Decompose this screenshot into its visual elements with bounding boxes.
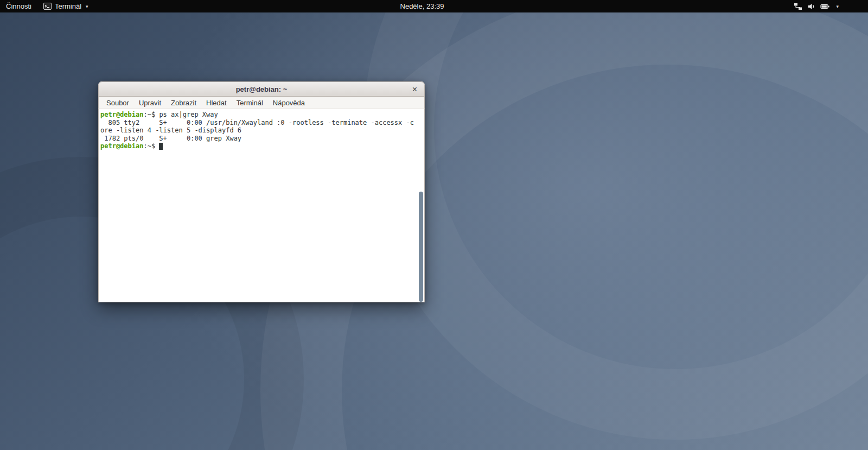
volume-icon bbox=[807, 3, 815, 10]
menu-terminal[interactable]: Terminál bbox=[232, 98, 268, 108]
menu-hledat[interactable]: Hledat bbox=[201, 98, 232, 108]
terminal-screen[interactable]: petr@debian:~$ ps ax|grep Xway 805 tty2 … bbox=[98, 109, 425, 302]
window-title: petr@debian: ~ bbox=[236, 85, 288, 93]
terminal-prompt-line: petr@debian:~$ bbox=[100, 142, 416, 150]
top-bar: Činnosti Terminál ▾ Neděle, 23:39 ▾ bbox=[0, 0, 868, 12]
battery-icon bbox=[820, 3, 830, 10]
command-text: ps ax|grep Xway bbox=[159, 111, 218, 118]
prompt-user: petr@debian bbox=[100, 142, 143, 150]
menu-zobrazit[interactable]: Zobrazit bbox=[166, 98, 201, 108]
terminal-icon bbox=[43, 3, 52, 10]
menu-napoveda[interactable]: Nápověda bbox=[268, 98, 310, 108]
terminal-output-line: 1782 pts/0 S+ 0:00 grep Xway bbox=[100, 135, 416, 143]
window-titlebar[interactable]: petr@debian: ~ × bbox=[98, 81, 425, 97]
app-menu-terminal[interactable]: Terminál ▾ bbox=[37, 0, 94, 12]
scrollbar-thumb[interactable] bbox=[419, 192, 423, 302]
terminal-window: petr@debian: ~ × Soubor Upravit Zobrazit… bbox=[98, 81, 425, 302]
activities-label: Činnosti bbox=[6, 2, 31, 10]
menu-bar: Soubor Upravit Zobrazit Hledat Terminál … bbox=[98, 97, 425, 109]
prompt-suffix: :~$ bbox=[143, 142, 159, 150]
menu-soubor[interactable]: Soubor bbox=[101, 98, 134, 108]
menu-upravit[interactable]: Upravit bbox=[134, 98, 166, 108]
scrollbar[interactable] bbox=[417, 109, 424, 302]
terminal-prompt-line: petr@debian:~$ ps ax|grep Xway bbox=[100, 111, 416, 119]
prompt-suffix: :~$ bbox=[143, 111, 159, 118]
app-menu-label: Terminál bbox=[55, 2, 81, 10]
chevron-down-icon: ▾ bbox=[836, 4, 839, 9]
clock-label: Neděle, 23:39 bbox=[400, 2, 444, 10]
desktop: Činnosti Terminál ▾ Neděle, 23:39 ▾ bbox=[0, 0, 868, 450]
terminal-output-line: ore -listen 4 -listen 5 -displayfd 6 bbox=[100, 126, 416, 135]
terminal-output-line: 805 tty2 S+ 0:00 /usr/bin/Xwayland :0 -r… bbox=[100, 119, 416, 127]
clock[interactable]: Neděle, 23:39 bbox=[395, 0, 450, 12]
prompt-user: petr@debian bbox=[100, 111, 143, 118]
terminal-cursor bbox=[159, 143, 163, 150]
activities-button[interactable]: Činnosti bbox=[0, 0, 37, 12]
chevron-down-icon: ▾ bbox=[86, 4, 88, 9]
system-status-area[interactable]: ▾ bbox=[789, 0, 843, 12]
close-button[interactable]: × bbox=[410, 84, 420, 94]
network-icon bbox=[794, 3, 802, 10]
